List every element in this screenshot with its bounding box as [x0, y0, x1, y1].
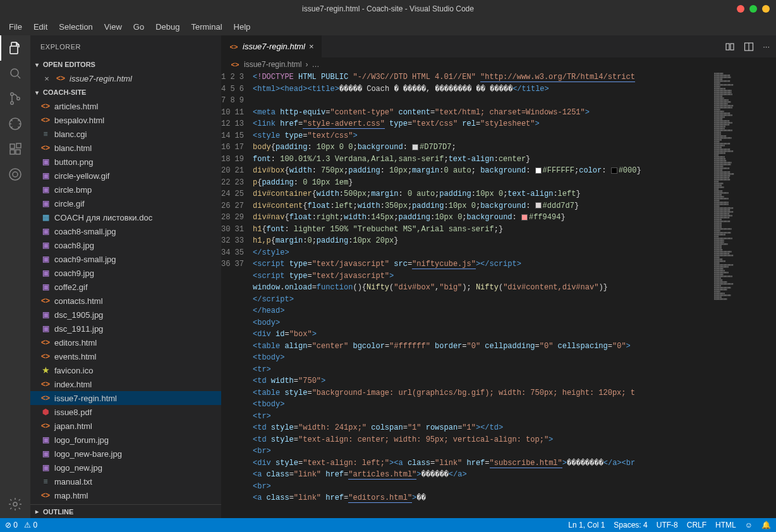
file-icon: ▣	[40, 310, 51, 320]
file-item[interactable]: ⬢issue8.pdf	[30, 405, 221, 419]
file-item[interactable]: <>map.html	[30, 488, 221, 502]
chevron-right-icon: ▸	[33, 508, 40, 515]
file-label: coffe2.gif	[54, 282, 88, 292]
cursor-position[interactable]: Ln 1, Col 1	[568, 521, 605, 529]
menu-debug[interactable]: Debug	[150, 20, 185, 34]
svg-rect-6	[10, 144, 15, 148]
file-icon: ▣	[40, 184, 51, 195]
file-label: button.png	[54, 157, 93, 167]
minimize-window-icon[interactable]	[749, 5, 757, 13]
svg-point-1	[11, 69, 18, 76]
more-icon[interactable]: ···	[763, 42, 770, 51]
file-item[interactable]: <>issue7-regin.html	[30, 391, 221, 405]
file-item[interactable]: ▣logo_forum.jpg	[30, 433, 221, 447]
file-item[interactable]: <>articles.html	[30, 99, 221, 113]
file-icon: <>	[40, 101, 51, 111]
settings-icon[interactable]	[8, 497, 23, 512]
file-item[interactable]: ≡blanc.cgi	[30, 127, 221, 141]
extensions-icon[interactable]	[8, 142, 23, 157]
sidebar: EXPLORER ▾ OPEN EDITORS × <> issue7-regi…	[30, 35, 221, 518]
file-icon: ▣	[40, 240, 51, 250]
sidebar-title: EXPLORER	[30, 35, 221, 57]
minimap[interactable]: ████████████ █████████████████████ █████…	[713, 71, 776, 518]
file-item[interactable]: ▣button.png	[30, 155, 221, 169]
outline-header[interactable]: ▸ OUTLINE	[30, 504, 221, 518]
svg-rect-0	[10, 46, 18, 54]
close-icon[interactable]: ×	[42, 74, 52, 83]
breadcrumb[interactable]: <> issue7-regin.html › …	[221, 57, 776, 71]
menu-file[interactable]: File	[4, 20, 27, 34]
file-item[interactable]: ▣circle.bmp	[30, 183, 221, 196]
file-icon: ≡	[40, 129, 51, 139]
file-icon: ▦	[40, 212, 51, 222]
open-editor-item[interactable]: × <> issue7-regin.html	[30, 71, 221, 85]
maximize-window-icon[interactable]	[762, 5, 770, 13]
file-item[interactable]: ▣circle.gif	[30, 196, 221, 210]
compare-icon[interactable]	[725, 42, 735, 52]
close-tab-icon[interactable]: ×	[309, 42, 314, 51]
file-item[interactable]: <>editors.html	[30, 336, 221, 349]
explorer-icon[interactable]	[8, 40, 23, 56]
folder-header[interactable]: ▾ COACH-SITE	[30, 85, 221, 99]
file-item[interactable]: ▦COACH для листовки.doc	[30, 210, 221, 224]
code-editor[interactable]: 1 2 3 4 5 6 7 8 9 10 11 12 13 14 15 16 1…	[221, 71, 776, 518]
file-item[interactable]: ▣coach8-small.jpg	[30, 224, 221, 238]
file-item[interactable]: <>bespalov.html	[30, 113, 221, 127]
file-item[interactable]: ▣logo_new-bare.jpg	[30, 447, 221, 461]
file-icon: ▣	[40, 157, 51, 167]
indentation[interactable]: Spaces: 4	[614, 521, 647, 529]
file-item[interactable]: ▣circle-yellow.gif	[30, 169, 221, 183]
file-item[interactable]: ★favicon.ico	[30, 363, 221, 377]
feedback-icon[interactable]: ☺	[745, 521, 753, 529]
menu-edit[interactable]: Edit	[28, 20, 52, 34]
svg-rect-8	[16, 150, 20, 154]
file-item[interactable]: <>index.html	[30, 377, 221, 391]
file-list[interactable]: <>articles.html<>bespalov.html≡blanc.cgi…	[30, 99, 221, 504]
tab-issue7-regin[interactable]: <> issue7-regin.html ×	[221, 35, 322, 57]
open-editors-header[interactable]: ▾ OPEN EDITORS	[30, 57, 221, 71]
encoding[interactable]: UTF-8	[657, 521, 678, 529]
svg-point-10	[9, 169, 21, 180]
file-item[interactable]: ▣coach9-small.jpg	[30, 252, 221, 266]
file-item[interactable]: ▣coach9.jpg	[30, 266, 221, 280]
file-icon: <>	[40, 393, 51, 403]
file-item[interactable]: ▣logo_new.jpg	[30, 461, 221, 475]
file-item[interactable]: ≡manual.txt	[30, 475, 221, 488]
file-label: contacts.html	[54, 296, 103, 306]
file-icon: <>	[40, 115, 51, 125]
debug-icon[interactable]	[8, 116, 23, 131]
menu-view[interactable]: View	[99, 20, 127, 34]
notifications-icon[interactable]: 🔔	[761, 521, 771, 529]
menu-help[interactable]: Help	[229, 20, 256, 34]
eol[interactable]: CRLF	[687, 521, 706, 529]
errors-count[interactable]: ⊘ 0	[5, 521, 18, 529]
remote-icon[interactable]	[8, 167, 23, 182]
file-item[interactable]: ▣dsc_1905.jpg	[30, 308, 221, 322]
menu-selection[interactable]: Selection	[54, 20, 97, 34]
file-icon: ▣	[40, 282, 51, 292]
file-item[interactable]: ▣coach8.jpg	[30, 238, 221, 252]
file-item[interactable]: ▣coffe2.gif	[30, 280, 221, 294]
file-label: blanc.html	[54, 143, 92, 153]
svg-rect-9	[16, 143, 21, 148]
file-item[interactable]: <>contacts.html	[30, 294, 221, 308]
warnings-count[interactable]: ⚠ 0	[24, 521, 37, 529]
file-item[interactable]: <>japan.html	[30, 419, 221, 433]
file-label: logo_new-bare.jpg	[54, 449, 122, 459]
file-icon: <>	[40, 490, 51, 500]
language-mode[interactable]: HTML	[715, 521, 736, 529]
search-icon[interactable]	[8, 66, 23, 81]
file-item[interactable]: <>events.html	[30, 349, 221, 363]
split-editor-icon[interactable]	[744, 42, 754, 52]
file-label: articles.html	[54, 102, 98, 111]
file-item[interactable]: <>blanc.html	[30, 141, 221, 155]
file-item[interactable]: ▣dsc_1911.jpg	[30, 322, 221, 336]
menu-terminal[interactable]: Terminal	[186, 20, 227, 34]
file-label: japan.html	[54, 421, 92, 431]
editor-toolbar: ···	[718, 35, 776, 57]
close-window-icon[interactable]	[737, 5, 744, 13]
file-label: COACH для листовки.doc	[54, 213, 152, 222]
html-file-icon: <>	[230, 59, 240, 70]
menu-go[interactable]: Go	[128, 20, 149, 34]
source-control-icon[interactable]	[8, 91, 23, 106]
